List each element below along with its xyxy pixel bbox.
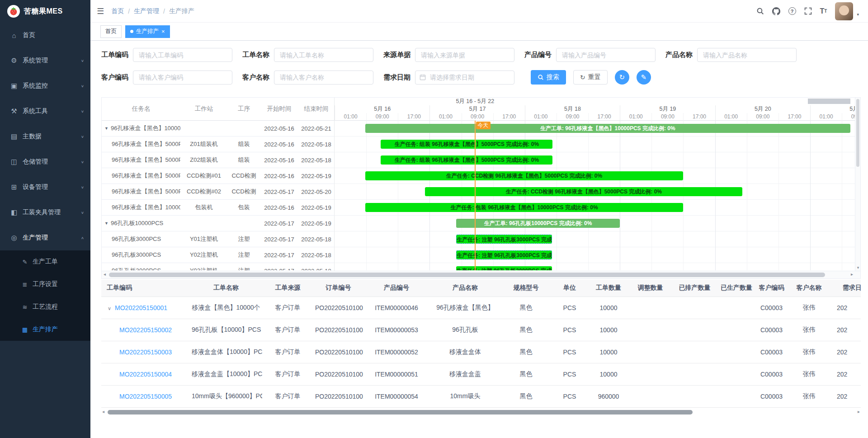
workorder-code-input[interactable] [133, 48, 232, 62]
gantt-task-row[interactable]: 96孔移液盒【黑色】10000PCS包装机包装2022-05-162022-05… [102, 200, 334, 216]
orders-horizontal-scrollbar[interactable]: ◂ ▸ [101, 409, 861, 415]
sidebar-item-system-tools[interactable]: ⚒系统工具∨ [0, 99, 90, 124]
gantt-order-bar[interactable]: 生产工单: 96孔孔板10000PCS 完成比例: 0% [456, 219, 619, 228]
input-wrap [415, 71, 514, 85]
gantt-task-row[interactable]: ▼96孔移液盒【黑色】10000PCS2022-05-162022-05-21 [102, 121, 334, 137]
breadcrumb: 首页/生产管理/生产排产 [111, 7, 194, 15]
source-doc-input[interactable] [415, 48, 514, 62]
gantt-task-row[interactable]: 96孔孔板3000PCSY01注塑机注塑2022-05-172022-05-18 [102, 231, 334, 247]
sidebar-subitem-production-scheduling[interactable]: ▦生产排产 [0, 318, 90, 341]
gantt-task-bar[interactable]: 生产任务: 组装 96孔移液盒【黑色】5000PCS 完成比例: 0% [381, 140, 552, 149]
scroll-down-icon[interactable]: ▾ [855, 265, 861, 270]
gantt-task-row[interactable]: 96孔移液盒【黑色】5000PCSZ02组装机组装2022-05-162022-… [102, 152, 334, 168]
reset-button[interactable]: ↻重置 [573, 70, 608, 85]
sidebar-item-home[interactable]: ⌂首页 [0, 23, 90, 48]
gantt-task-start: 2022-05-17 [260, 236, 298, 243]
sidebar-item-equipment[interactable]: ⊞设备管理∨ [0, 174, 90, 200]
gantt-task-start: 2022-05-16 [260, 157, 298, 164]
orders-section: 工单编码工单名称工单来源订单编号产品编号产品名称规格型号单位工单数量调整数量已排… [101, 280, 861, 415]
workorder-link[interactable]: MO202205150004 [119, 371, 172, 378]
customer-name-input[interactable] [274, 71, 373, 85]
tab-production-scheduling[interactable]: 生产排产× [125, 25, 170, 38]
product-name-input[interactable] [697, 48, 797, 62]
customer-code-input[interactable] [133, 71, 232, 85]
order-cell: 客户订单 [262, 341, 313, 363]
order-cell [629, 363, 672, 385]
scrollbar-thumb[interactable] [856, 99, 859, 167]
scroll-left-icon[interactable]: ◂ [104, 272, 106, 277]
sync-button[interactable]: ↻ [615, 70, 629, 85]
gantt-task-bar[interactable]: 生产任务: 注塑 96孔孔板3000PCS 完成比例: 0% [456, 235, 552, 244]
order-cell [672, 297, 717, 319]
gantt-task-row[interactable]: ▼96孔孔板10000PCS2022-05-172022-05-19 [102, 216, 334, 231]
sidebar-item-warehouse[interactable]: ◫仓储管理∨ [0, 149, 90, 174]
gantt-task-bar[interactable]: 生产任务: 包装 96孔移液盒【黑色】10000PCS 完成比例: 0% [365, 203, 683, 212]
gantt-task-row[interactable]: 96孔孔板3000PCSY02注塑机注塑2022-05-172022-05-18 [102, 247, 334, 263]
fullscreen-icon[interactable] [804, 7, 812, 15]
breadcrumb-separator: / [163, 8, 165, 15]
gantt-horizontal-scrollbar[interactable]: ◂ ▸ [102, 271, 860, 278]
scroll-right-icon[interactable]: ▸ [858, 409, 860, 414]
orders-table-wrap: 工单编码工单名称工单来源订单编号产品编号产品名称规格型号单位工单数量调整数量已排… [101, 280, 861, 408]
sidebar-toggle-icon[interactable]: ☰ [97, 6, 104, 16]
orders-table: 工单编码工单名称工单来源订单编号产品编号产品名称规格型号单位工单数量调整数量已排… [101, 280, 861, 408]
timeline-scrollbar[interactable] [808, 99, 850, 104]
search-button[interactable]: 搜索 [531, 70, 566, 85]
font-size-icon[interactable]: TT [820, 7, 827, 15]
workorder-icon: ✎ [21, 259, 29, 265]
orders-column-header: 产品编号 [363, 280, 429, 297]
edit-button[interactable]: ✎ [637, 70, 651, 85]
scrollbar-thumb[interactable] [108, 410, 693, 414]
gantt-task-row[interactable]: 96孔移液盒【黑色】5000PCSCCD检测#01CCD检测2022-05-16… [102, 168, 334, 184]
breadcrumb-item[interactable]: 首页 [111, 7, 124, 15]
gantt-task-bar[interactable]: 生产任务: 组装 96孔移液盒【黑色】5000PCS 完成比例: 0% [381, 155, 552, 165]
scroll-right-icon[interactable]: ▸ [851, 272, 853, 277]
gantt-order-bar[interactable]: 生产工单: 96孔移液盒【黑色】10000PCS 完成比例: 0% [365, 124, 850, 133]
help-icon[interactable]: ? [788, 7, 796, 15]
collapse-icon[interactable]: ▼ [104, 221, 108, 226]
gantt-task-row[interactable]: 96孔移液盒【黑色】5000PCSCCD检测#02CCD检测2022-05-17… [102, 184, 334, 200]
tab-home[interactable]: 首页 [100, 25, 122, 38]
workorder-link[interactable]: MO202205150005 [119, 393, 172, 400]
orders-column-header: 工单编码 [101, 280, 190, 297]
order-cell: 96孔移液盒【黑色】 [429, 297, 501, 319]
sidebar-item-system-admin[interactable]: ⚙系统管理∨ [0, 48, 90, 73]
close-icon[interactable]: × [161, 28, 165, 34]
search-icon[interactable] [756, 7, 764, 15]
workorder-name-input[interactable] [274, 48, 373, 62]
sidebar-item-fixture[interactable]: ◧工装夹具管理∨ [0, 200, 90, 225]
orders-header-row: 工单编码工单名称工单来源订单编号产品编号产品名称规格型号单位工单数量调整数量已排… [101, 280, 861, 297]
gantt-task-bar[interactable]: 生产任务: 注塑 96孔孔板3000PCS 完成比例: 0% [456, 266, 552, 270]
gantt-task-row[interactable]: 96孔移液盒【黑色】5000PCSZ01组装机组装2022-05-162022-… [102, 137, 334, 152]
topbar-actions: ? TT ▾ [756, 2, 859, 20]
scroll-left-icon[interactable]: ◂ [102, 409, 104, 414]
sidebar-item-master-data[interactable]: ▤主数据∨ [0, 124, 90, 149]
sidebar-subitem-production-workorder[interactable]: ✎生产工单 [0, 250, 90, 273]
gantt-panel: 任务名工作站工序开始时间结束时间 ▼96孔移液盒【黑色】10000PCS2022… [101, 97, 861, 279]
gantt-task-row[interactable]: 96孔孔板3000PCSY03注塑机注塑2022-05-172022-05-18 [102, 263, 334, 270]
order-cell: 客户订单 [262, 297, 313, 319]
avatar[interactable] [835, 2, 853, 20]
sidebar-subitem-process-flow[interactable]: ≋工艺流程 [0, 296, 90, 318]
sidebar-subitem-process-settings[interactable]: ≣工序设置 [0, 273, 90, 296]
demand-date-input[interactable] [415, 71, 514, 85]
timeline-day-label: 5月 17 [429, 105, 524, 113]
sidebar-item-system-monitor[interactable]: ▣系统监控∨ [0, 73, 90, 99]
sidebar-item-production[interactable]: ◎生产管理∧ [0, 225, 90, 250]
workorder-link[interactable]: MO202205150002 [119, 326, 172, 334]
expand-icon[interactable]: ∨ [108, 306, 111, 311]
breadcrumb-item[interactable]: 生产管理 [134, 7, 159, 15]
orders-column-header: 工单数量 [588, 280, 629, 297]
gantt-vertical-scrollbar[interactable]: ▾ [855, 98, 860, 271]
github-icon[interactable] [772, 7, 780, 15]
collapse-icon[interactable]: ▼ [104, 126, 108, 131]
workorder-link[interactable]: MO202205150001 [115, 304, 167, 311]
sidebar-subitem-label: 工序设置 [33, 280, 58, 288]
product-code-input[interactable] [556, 48, 656, 62]
gantt-task-bar[interactable]: 生产任务: CCD检测 96孔移液盒【黑色】5000PCS 完成比例: 0% [365, 171, 683, 180]
gantt-task-bar[interactable]: 生产任务: CCD检测 96孔移液盒【黑色】5000PCS 完成比例: 0% [425, 187, 742, 196]
workorder-link[interactable]: MO202205150003 [119, 349, 172, 356]
gantt-task-bar[interactable]: 生产任务: 注塑 96孔孔板3000PCS 完成比例: 0% [456, 250, 552, 259]
scrollbar-thumb[interactable] [109, 273, 825, 277]
gantt-task-process: CCD检测 [227, 188, 260, 196]
